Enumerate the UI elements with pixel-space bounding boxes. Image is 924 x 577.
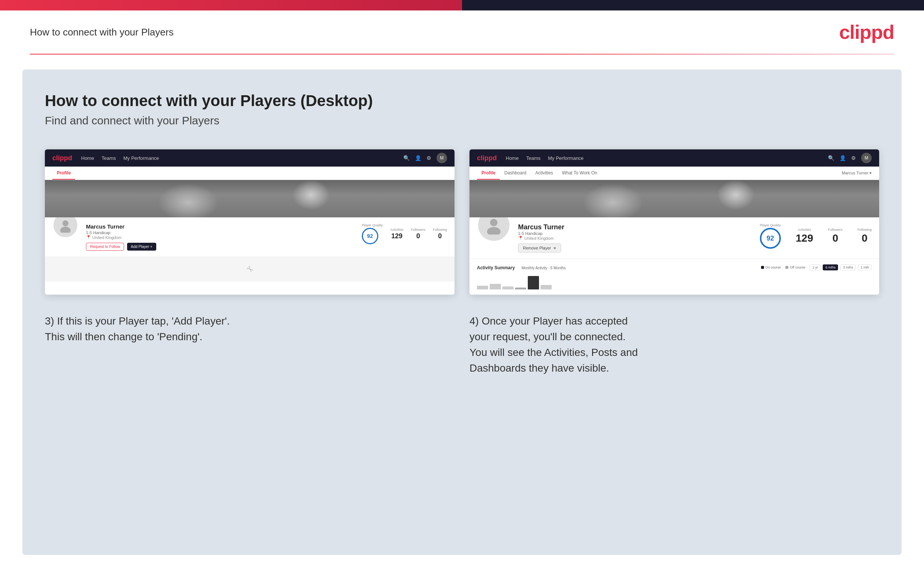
activities-stat-left: Activities 129 — [390, 228, 404, 240]
time-filters: 1 yr 6 mths 3 mths 1 mth — [809, 264, 872, 271]
caption-right-text: 4) Once your Player has accepted your re… — [470, 313, 879, 376]
remove-player-x-icon: ✕ — [553, 246, 556, 250]
screenshot-right: clippd Home Teams My Performance 🔍 👤 ⚙ M… — [470, 149, 879, 295]
followers-stat-right: Followers 0 — [828, 228, 843, 244]
chart-area — [477, 274, 872, 289]
screenshot-left: clippd Home Teams My Performance 🔍 👤 ⚙ M… — [45, 149, 454, 295]
nav-myperformance-left[interactable]: My Performance — [123, 155, 159, 161]
time-1yr[interactable]: 1 yr — [809, 264, 821, 271]
settings-icon-right[interactable]: ⚙ — [851, 155, 856, 161]
legend-dot-off-course — [785, 266, 788, 269]
player-name-right: Marcus Turner — [518, 223, 753, 231]
tab-what-to-work-on-right[interactable]: What To Work On — [557, 166, 601, 180]
search-icon-left[interactable]: 🔍 — [403, 155, 410, 161]
chart-bar-2 — [489, 284, 501, 289]
profile-banner-right — [470, 180, 879, 218]
tab-profile-right[interactable]: Profile — [477, 166, 500, 180]
settings-icon-left[interactable]: ⚙ — [426, 155, 431, 161]
remove-player-button[interactable]: Remove Player ✕ — [518, 243, 561, 253]
profile-section-right: Marcus Turner 1-5 Handicap 📍 United King… — [470, 218, 879, 258]
tab-dashboard-right[interactable]: Dashboard — [500, 166, 531, 180]
activity-summary: Activity Summary Monthly Activity · 6 Mo… — [470, 258, 879, 295]
player-name-left: Marcus Turner — [86, 223, 354, 230]
legend-off-course: Off course — [785, 266, 805, 269]
tab-activities-right[interactable]: Activities — [531, 166, 557, 180]
tab-user-dropdown[interactable]: Marcus Turner ▾ — [842, 171, 872, 176]
svg-point-0 — [62, 220, 68, 226]
profile-section-left: Marcus Turner 1-5 Handicap 📍 United King… — [45, 218, 454, 256]
avatar-right[interactable]: M — [861, 153, 872, 163]
user-icon-right[interactable]: 👤 — [840, 155, 846, 161]
stats-row-right: Player Quality 92 Activities 129 Followe… — [760, 223, 872, 249]
top-bar — [0, 0, 924, 10]
player-handicap-left: 1-5 Handicap — [86, 230, 354, 235]
location-icon-left: 📍 — [86, 235, 91, 240]
legend-on-course: On course — [761, 266, 781, 269]
caption-left-text: 3) If this is your Player tap, 'Add Play… — [45, 313, 454, 345]
profile-info-right: Marcus Turner 1-5 Handicap 📍 United King… — [518, 223, 753, 253]
header: How to connect with your Players clippd — [0, 10, 924, 54]
app-logo-left: clippd — [52, 154, 72, 162]
location-icon-right: 📍 — [518, 236, 523, 240]
tab-bar-left: Profile — [45, 166, 454, 180]
avatar-left[interactable]: M — [436, 153, 447, 163]
add-player-button[interactable]: Add Player + — [127, 243, 156, 251]
main-subheading: Find and connect with your Players — [45, 114, 879, 127]
quality-stat-right: Player Quality 92 — [760, 223, 781, 249]
app-logo-right: clippd — [477, 154, 497, 162]
profile-info-left: Marcus Turner 1-5 Handicap 📍 United King… — [86, 223, 354, 251]
chart-bar-3 — [502, 287, 514, 289]
activity-controls: On course Off course 1 yr 6 mths 3 mths … — [761, 264, 872, 271]
screenshots-row: clippd Home Teams My Performance 🔍 👤 ⚙ M… — [45, 149, 879, 295]
time-1mth[interactable]: 1 mth — [858, 264, 872, 271]
app-nav-left: clippd Home Teams My Performance 🔍 👤 ⚙ M — [45, 149, 454, 166]
chart-bar-5 — [528, 276, 539, 289]
followers-stat-left: Followers 0 — [411, 228, 425, 240]
player-location-left: 📍 United Kingdom — [86, 235, 354, 240]
time-6mths[interactable]: 6 mths — [823, 264, 838, 271]
chart-bar-4 — [515, 288, 526, 289]
nav-teams-left[interactable]: Teams — [102, 155, 116, 161]
player-location-right: 📍 United Kingdom — [518, 236, 753, 240]
main-heading: How to connect with your Players (Deskto… — [45, 92, 879, 110]
activity-title-group: Activity Summary Monthly Activity · 6 Mo… — [477, 264, 566, 271]
tab-bar-right: Profile Dashboard Activities What To Wor… — [470, 166, 879, 180]
svg-point-3 — [487, 227, 501, 235]
profile-buttons-left: Request to Follow Add Player + — [86, 243, 354, 251]
activity-header: Activity Summary Monthly Activity · 6 Mo… — [477, 264, 872, 271]
chart-bar-6 — [541, 285, 552, 289]
time-3mths[interactable]: 3 mths — [840, 264, 856, 271]
descriptions-row: 3) If this is your Player tap, 'Add Play… — [45, 313, 879, 376]
nav-home-left[interactable]: Home — [81, 155, 94, 161]
activity-title: Activity Summary — [477, 265, 515, 271]
chart-bar-1 — [477, 286, 488, 289]
player-handicap-right: 1-5 Handicap — [518, 231, 753, 236]
nav-teams-right[interactable]: Teams — [526, 155, 541, 161]
main-content: How to connect with your Players (Deskto… — [23, 69, 901, 555]
quality-circle-right: 92 — [760, 228, 781, 249]
nav-home-right[interactable]: Home — [506, 155, 519, 161]
caption-right: 4) Once your Player has accepted your re… — [470, 313, 879, 376]
activities-stat-right: Activities 129 — [796, 228, 813, 244]
user-icon-left[interactable]: 👤 — [415, 155, 421, 161]
stats-row-left: Player Quality 92 Activities 129 Followe… — [362, 223, 447, 244]
activity-subtitle: Monthly Activity · 6 Months — [522, 266, 565, 270]
caption-left: 3) If this is your Player tap, 'Add Play… — [45, 313, 454, 376]
legend-dot-on-course — [761, 266, 764, 269]
quality-stat-left: Player Quality 92 — [362, 223, 383, 244]
logo: clippd — [839, 21, 894, 44]
following-stat-right: Following 0 — [858, 228, 872, 244]
following-stat-left: Following 0 — [433, 228, 447, 240]
profile-banner-left — [45, 180, 454, 218]
request-follow-button[interactable]: Request to Follow — [86, 243, 124, 251]
search-icon-right[interactable]: 🔍 — [828, 155, 834, 161]
quality-circle-left: 92 — [362, 228, 378, 244]
scissors-area: ✂ — [45, 256, 454, 282]
app-nav-right: clippd Home Teams My Performance 🔍 👤 ⚙ M — [470, 149, 879, 166]
svg-point-2 — [490, 219, 498, 226]
nav-icons-left: 🔍 👤 ⚙ M — [403, 153, 447, 163]
tab-profile-left[interactable]: Profile — [52, 166, 75, 180]
footer: Copyright Clippd 2022 — [0, 570, 924, 577]
nav-myperformance-right[interactable]: My Performance — [548, 155, 583, 161]
scissors-icon: ✂ — [244, 263, 255, 275]
